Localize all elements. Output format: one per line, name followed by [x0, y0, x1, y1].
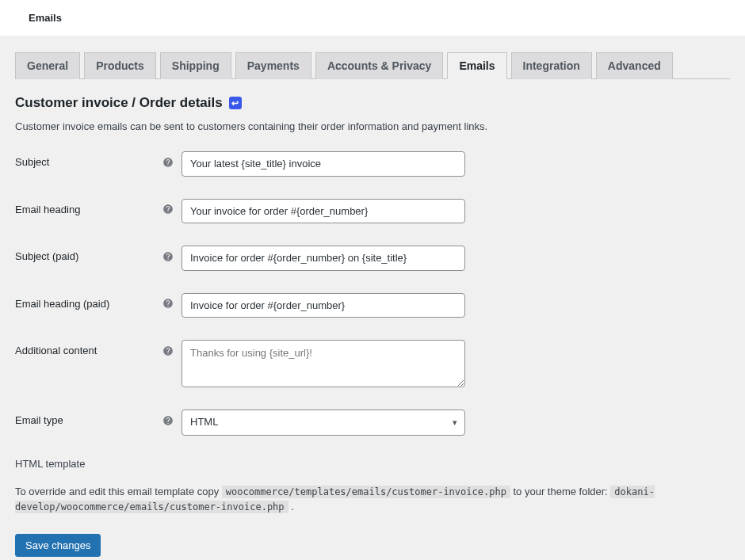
- return-icon[interactable]: ↩: [229, 97, 242, 109]
- top-header: Emails: [0, 0, 745, 36]
- help-icon[interactable]: [162, 251, 174, 262]
- help-icon[interactable]: [162, 204, 174, 215]
- label-additional-content: Additional content: [15, 345, 97, 356]
- row-email-type: Email type HTML ▾: [15, 410, 730, 436]
- tab-payments[interactable]: Payments: [235, 52, 311, 79]
- email-heading-input[interactable]: [181, 199, 465, 224]
- row-email-heading: Email heading: [15, 199, 730, 224]
- save-button[interactable]: Save changes: [15, 534, 101, 557]
- tab-shipping[interactable]: Shipping: [160, 52, 231, 79]
- template-text-after: .: [288, 501, 294, 512]
- template-path-source: woocommerce/templates/emails/customer-in…: [222, 486, 510, 498]
- row-email-heading-paid: Email heading (paid): [15, 293, 730, 318]
- row-subject-paid: Subject (paid): [15, 246, 730, 271]
- row-additional-content: Additional content: [15, 340, 730, 387]
- label-email-heading: Email heading: [15, 204, 80, 215]
- help-icon[interactable]: [162, 157, 174, 168]
- help-icon[interactable]: [162, 415, 174, 426]
- tab-general[interactable]: General: [15, 52, 80, 79]
- tab-advanced[interactable]: Advanced: [596, 52, 673, 79]
- content: General Products Shipping Payments Accou…: [0, 36, 745, 560]
- template-text-middle: to your theme folder:: [510, 486, 610, 497]
- label-email-type: Email type: [15, 414, 63, 426]
- header-title: Emails: [29, 12, 62, 24]
- html-template-heading: HTML template: [15, 458, 730, 470]
- label-subject: Subject: [15, 156, 49, 168]
- additional-content-input[interactable]: [181, 340, 465, 387]
- label-subject-paid: Subject (paid): [15, 250, 78, 262]
- template-text-before: To override and edit this email template…: [15, 486, 222, 497]
- label-email-heading-paid: Email heading (paid): [15, 298, 109, 310]
- tab-integration[interactable]: Integration: [511, 52, 592, 79]
- page-description: Customer invoice emails can be sent to c…: [15, 120, 730, 132]
- template-text: To override and edit this email template…: [15, 484, 730, 515]
- email-heading-paid-input[interactable]: [181, 293, 465, 318]
- help-icon[interactable]: [162, 298, 174, 309]
- email-type-select[interactable]: HTML: [181, 410, 465, 436]
- help-icon[interactable]: [162, 345, 174, 356]
- page-title-text: Customer invoice / Order details: [15, 95, 223, 111]
- subject-input[interactable]: [181, 151, 465, 177]
- subject-paid-input[interactable]: [181, 246, 465, 271]
- tab-emails[interactable]: Emails: [447, 52, 506, 79]
- tab-accounts-privacy[interactable]: Accounts & Privacy: [315, 52, 444, 79]
- page-title: Customer invoice / Order details ↩: [15, 95, 730, 111]
- row-subject: Subject: [15, 151, 730, 177]
- nav-tabs: General Products Shipping Payments Accou…: [15, 51, 730, 79]
- tab-products[interactable]: Products: [84, 52, 156, 79]
